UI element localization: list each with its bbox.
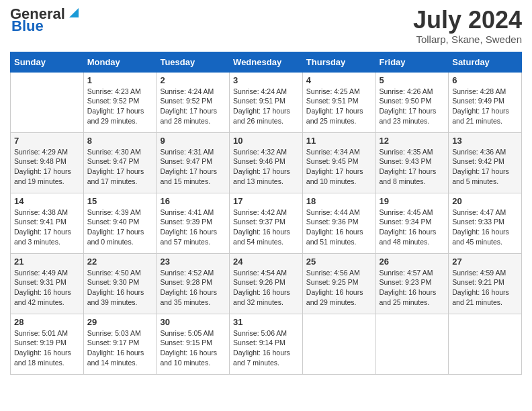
- header-cell-wednesday: Wednesday: [230, 52, 303, 72]
- header-cell-friday: Friday: [375, 52, 449, 72]
- day-number: 21: [14, 257, 80, 267]
- week-row-1: 1Sunrise: 4:23 AMSunset: 9:52 PMDaylight…: [11, 72, 522, 132]
- day-cell: 21Sunrise: 4:49 AMSunset: 9:31 PMDayligh…: [11, 253, 84, 314]
- day-detail: Sunrise: 4:24 AMSunset: 9:52 PMDaylight:…: [160, 87, 226, 126]
- day-cell: 14Sunrise: 4:38 AMSunset: 9:41 PMDayligh…: [11, 193, 84, 253]
- day-cell: 15Sunrise: 4:39 AMSunset: 9:40 PMDayligh…: [83, 193, 157, 253]
- day-detail: Sunrise: 5:03 AMSunset: 9:17 PMDaylight:…: [87, 328, 153, 368]
- day-cell: 20Sunrise: 4:47 AMSunset: 9:33 PMDayligh…: [449, 193, 522, 253]
- day-number: 8: [87, 136, 153, 146]
- logo-arrow-icon: [66, 5, 81, 20]
- day-number: 2: [160, 75, 226, 85]
- day-cell: 4Sunrise: 4:25 AMSunset: 9:51 PMDaylight…: [302, 72, 375, 132]
- day-cell: 26Sunrise: 4:57 AMSunset: 9:23 PMDayligh…: [375, 253, 449, 314]
- day-detail: Sunrise: 4:41 AMSunset: 9:39 PMDaylight:…: [160, 208, 226, 247]
- day-detail: Sunrise: 4:30 AMSunset: 9:47 PMDaylight:…: [87, 147, 153, 187]
- header-cell-sunday: Sunday: [11, 52, 84, 72]
- day-detail: Sunrise: 4:31 AMSunset: 9:47 PMDaylight:…: [160, 147, 226, 187]
- day-detail: Sunrise: 4:47 AMSunset: 9:33 PMDaylight:…: [452, 208, 518, 247]
- day-detail: Sunrise: 5:06 AMSunset: 9:14 PMDaylight:…: [233, 328, 299, 368]
- day-detail: Sunrise: 4:49 AMSunset: 9:31 PMDaylight:…: [14, 268, 80, 308]
- day-cell: 1Sunrise: 4:23 AMSunset: 9:52 PMDaylight…: [83, 72, 157, 132]
- day-detail: Sunrise: 4:57 AMSunset: 9:23 PMDaylight:…: [380, 268, 445, 308]
- page-header: General Blue July 2024 Tollarp, Skane, S…: [10, 7, 522, 45]
- day-cell: 2Sunrise: 4:24 AMSunset: 9:52 PMDaylight…: [157, 72, 230, 132]
- header-cell-tuesday: Tuesday: [157, 52, 230, 72]
- day-cell: [449, 314, 522, 374]
- day-detail: Sunrise: 4:59 AMSunset: 9:21 PMDaylight:…: [452, 268, 518, 308]
- week-row-3: 14Sunrise: 4:38 AMSunset: 9:41 PMDayligh…: [11, 193, 522, 253]
- calendar-table: SundayMondayTuesdayWednesdayThursdayFrid…: [10, 52, 522, 375]
- day-detail: Sunrise: 4:25 AMSunset: 9:51 PMDaylight:…: [306, 87, 372, 126]
- day-cell: [302, 314, 375, 374]
- calendar-header: SundayMondayTuesdayWednesdayThursdayFrid…: [11, 52, 522, 72]
- day-number: 7: [14, 136, 80, 146]
- day-detail: Sunrise: 4:42 AMSunset: 9:37 PMDaylight:…: [233, 208, 299, 247]
- day-number: 16: [160, 196, 226, 206]
- month-title: July 2024: [413, 7, 522, 34]
- day-number: 14: [14, 196, 80, 206]
- day-number: 23: [160, 257, 226, 267]
- day-cell: 5Sunrise: 4:26 AMSunset: 9:50 PMDaylight…: [375, 72, 449, 132]
- day-detail: Sunrise: 4:36 AMSunset: 9:42 PMDaylight:…: [452, 147, 518, 187]
- day-cell: 22Sunrise: 4:50 AMSunset: 9:30 PMDayligh…: [83, 253, 157, 314]
- day-detail: Sunrise: 5:01 AMSunset: 9:19 PMDaylight:…: [14, 328, 80, 368]
- day-number: 24: [233, 257, 299, 267]
- day-detail: Sunrise: 4:56 AMSunset: 9:25 PMDaylight:…: [306, 268, 372, 308]
- day-detail: Sunrise: 4:32 AMSunset: 9:46 PMDaylight:…: [233, 147, 299, 187]
- day-detail: Sunrise: 4:45 AMSunset: 9:34 PMDaylight:…: [380, 208, 445, 247]
- day-cell: 25Sunrise: 4:56 AMSunset: 9:25 PMDayligh…: [302, 253, 375, 314]
- day-number: 26: [380, 257, 445, 267]
- day-cell: 17Sunrise: 4:42 AMSunset: 9:37 PMDayligh…: [230, 193, 303, 253]
- day-cell: 16Sunrise: 4:41 AMSunset: 9:39 PMDayligh…: [157, 193, 230, 253]
- day-cell: 19Sunrise: 4:45 AMSunset: 9:34 PMDayligh…: [375, 193, 449, 253]
- day-number: 11: [306, 136, 372, 146]
- day-detail: Sunrise: 4:38 AMSunset: 9:41 PMDaylight:…: [14, 208, 80, 247]
- day-cell: 24Sunrise: 4:54 AMSunset: 9:26 PMDayligh…: [230, 253, 303, 314]
- week-row-5: 28Sunrise: 5:01 AMSunset: 9:19 PMDayligh…: [11, 314, 522, 374]
- day-cell: [375, 314, 449, 374]
- day-number: 5: [380, 75, 445, 85]
- day-cell: [11, 72, 84, 132]
- day-detail: Sunrise: 4:39 AMSunset: 9:40 PMDaylight:…: [87, 208, 153, 247]
- day-number: 10: [233, 136, 299, 146]
- day-cell: 18Sunrise: 4:44 AMSunset: 9:36 PMDayligh…: [302, 193, 375, 253]
- header-cell-monday: Monday: [83, 52, 157, 72]
- week-row-2: 7Sunrise: 4:29 AMSunset: 9:48 PMDaylight…: [11, 132, 522, 193]
- day-detail: Sunrise: 4:26 AMSunset: 9:50 PMDaylight:…: [380, 87, 445, 126]
- header-cell-saturday: Saturday: [449, 52, 522, 72]
- day-number: 3: [233, 75, 299, 85]
- day-cell: 12Sunrise: 4:35 AMSunset: 9:43 PMDayligh…: [375, 132, 449, 193]
- day-number: 13: [452, 136, 518, 146]
- day-number: 30: [160, 317, 226, 327]
- day-cell: 3Sunrise: 4:24 AMSunset: 9:51 PMDaylight…: [230, 72, 303, 132]
- day-detail: Sunrise: 4:28 AMSunset: 9:49 PMDaylight:…: [452, 87, 518, 126]
- day-number: 4: [306, 75, 372, 85]
- day-detail: Sunrise: 5:05 AMSunset: 9:15 PMDaylight:…: [160, 328, 226, 368]
- day-number: 27: [452, 257, 518, 267]
- day-cell: 27Sunrise: 4:59 AMSunset: 9:21 PMDayligh…: [449, 253, 522, 314]
- calendar-body: 1Sunrise: 4:23 AMSunset: 9:52 PMDaylight…: [11, 72, 522, 374]
- day-detail: Sunrise: 4:54 AMSunset: 9:26 PMDaylight:…: [233, 268, 299, 308]
- week-row-4: 21Sunrise: 4:49 AMSunset: 9:31 PMDayligh…: [11, 253, 522, 314]
- day-detail: Sunrise: 4:24 AMSunset: 9:51 PMDaylight:…: [233, 87, 299, 126]
- day-number: 9: [160, 136, 226, 146]
- day-number: 19: [380, 196, 445, 206]
- day-cell: 30Sunrise: 5:05 AMSunset: 9:15 PMDayligh…: [157, 314, 230, 374]
- day-number: 29: [87, 317, 153, 327]
- day-cell: 28Sunrise: 5:01 AMSunset: 9:19 PMDayligh…: [11, 314, 84, 374]
- day-detail: Sunrise: 4:29 AMSunset: 9:48 PMDaylight:…: [14, 147, 80, 187]
- day-number: 18: [306, 196, 372, 206]
- day-cell: 6Sunrise: 4:28 AMSunset: 9:49 PMDaylight…: [449, 72, 522, 132]
- day-number: 1: [87, 75, 153, 85]
- day-detail: Sunrise: 4:52 AMSunset: 9:28 PMDaylight:…: [160, 268, 226, 308]
- day-cell: 29Sunrise: 5:03 AMSunset: 9:17 PMDayligh…: [83, 314, 157, 374]
- day-cell: 7Sunrise: 4:29 AMSunset: 9:48 PMDaylight…: [11, 132, 84, 193]
- day-cell: 10Sunrise: 4:32 AMSunset: 9:46 PMDayligh…: [230, 132, 303, 193]
- title-block: July 2024 Tollarp, Skane, Sweden: [413, 7, 522, 45]
- day-number: 22: [87, 257, 153, 267]
- day-detail: Sunrise: 4:23 AMSunset: 9:52 PMDaylight:…: [87, 87, 153, 126]
- day-cell: 8Sunrise: 4:30 AMSunset: 9:47 PMDaylight…: [83, 132, 157, 193]
- svg-marker-0: [69, 8, 79, 17]
- header-row: SundayMondayTuesdayWednesdayThursdayFrid…: [11, 52, 522, 72]
